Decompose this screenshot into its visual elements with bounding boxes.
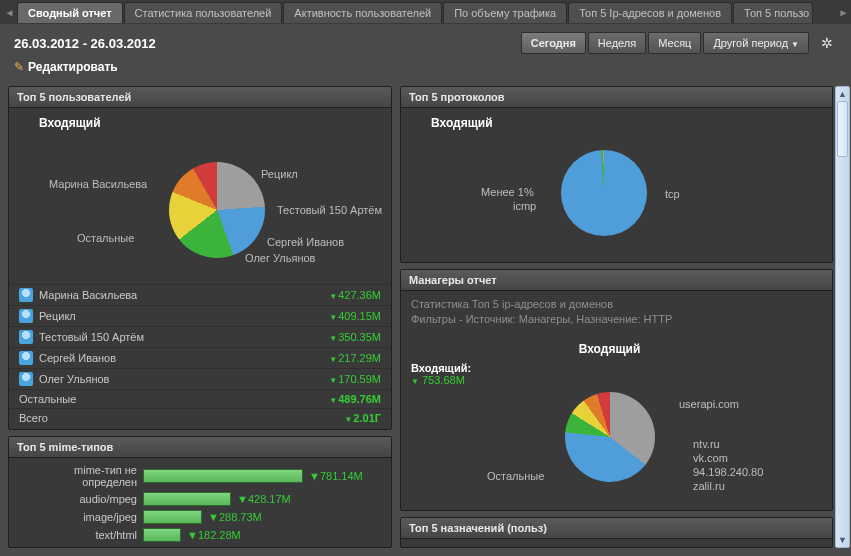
bar-row: text/html▼182.28М [17,528,383,542]
panel-protocols-sub: Входящий [401,108,832,132]
tabs-bar: ◄ Сводный отчет Статистика пользователей… [0,0,851,24]
list-item-total: Всего▼2.01Г [9,408,391,427]
vertical-scrollbar[interactable]: ▲ ▼ [835,86,850,548]
period-today[interactable]: Сегодня [521,32,586,54]
bar-row: image/jpeg▼288.73М [17,510,383,524]
pie-label-icmp: icmp [513,200,536,212]
panel-users: Топ 5 пользователей Входящий Рецикл Мари… [8,86,392,430]
avatar-icon [19,309,33,323]
panel-dest: Топ 5 назначений (польз) Входящий [400,517,833,548]
panel-managers-title: Манагеры отчет [401,270,832,291]
panel-protocols-title: Топ 5 протоколов [401,87,832,108]
tab-traffic-volume[interactable]: По объему трафика [443,2,567,23]
tab-user-stats[interactable]: Статистика пользователей [124,2,283,23]
chevron-down-icon: ▼ [791,40,799,49]
pie-label-other: Остальные [77,232,134,244]
period-week[interactable]: Неделя [588,32,646,54]
list-item[interactable]: Марина Васильева▼427.36М [9,284,391,305]
period-buttons: Сегодня Неделя Месяц Другой период▼ ✲ [521,32,837,54]
list-item[interactable]: Олег Ульянов▼170.59М [9,368,391,389]
pie-protocols-chart [561,150,647,236]
tab-summary[interactable]: Сводный отчет [17,2,123,23]
avatar-icon [19,351,33,365]
edit-row[interactable]: ✎ Редактировать [0,58,851,82]
tab-top5-ip[interactable]: Топ 5 Ip-адресов и доменов [568,2,732,23]
pie-label-oleg: Олег Ульянов [245,252,315,264]
panel-managers-sub: Входящий [401,334,832,358]
pie-label-test150: Тестовый 150 Артём [277,204,382,216]
content: Топ 5 пользователей Входящий Рецикл Мари… [8,86,833,548]
list-item[interactable]: Сергей Иванов▼217.29М [9,347,391,368]
tabs-prev[interactable]: ◄ [2,2,17,22]
panel-mime: Топ 5 mime-типов mime-тип не определен▼7… [8,436,392,548]
tab-user-activity[interactable]: Активность пользователей [283,2,442,23]
pie-label-userapi: userapi.com [679,398,739,410]
managers-in-label: Входящий: [411,362,471,374]
avatar-icon [19,330,33,344]
tabs-next[interactable]: ► [836,2,851,22]
panel-dest-sub: Входящий [401,539,832,548]
tab-top5-users[interactable]: Топ 5 пользо [733,2,813,23]
panel-protocols: Топ 5 протоколов Входящий tcp Менее 1% i… [400,86,833,263]
managers-in-value: ▼ 753.68М [411,374,471,386]
panel-managers: Манагеры отчет Статистика Топ 5 ip-адрес… [400,269,833,511]
period-month[interactable]: Месяц [648,32,701,54]
users-list: Марина Васильева▼427.36М Рецикл▼409.15М … [9,282,391,429]
mime-bars: mime-тип не определен▼781.14М audio/mpeg… [9,458,391,548]
scroll-track[interactable] [837,101,848,533]
panel-mime-title: Топ 5 mime-типов [9,437,391,458]
pie-label-mother: Остальные [487,470,544,482]
pie-label-sergey: Сергей Иванов [267,236,344,248]
scroll-thumb[interactable] [837,101,848,157]
pie-label-recycl: Рецикл [261,168,298,180]
pie-label-ip: 94.198.240.80 [693,466,763,478]
pie-label-ntv: ntv.ru [693,438,720,450]
scroll-down-icon[interactable]: ▼ [836,533,849,547]
pie-users: Рецикл Марина Васильева Тестовый 150 Арт… [9,132,391,282]
panel-users-sub: Входящий [9,108,391,132]
period-other[interactable]: Другой период▼ [703,32,809,54]
pie-label-marina: Марина Васильева [49,178,147,190]
list-item[interactable]: Рецикл▼409.15М [9,305,391,326]
managers-desc: Статистика Топ 5 ip-адресов и доменов Фи… [401,291,832,334]
panel-users-title: Топ 5 пользователей [9,87,391,108]
panel-dest-title: Топ 5 назначений (польз) [401,518,832,539]
pie-label-tcp: tcp [665,188,680,200]
pie-users-chart [169,162,265,258]
pencil-icon: ✎ [14,60,24,74]
date-range: 26.03.2012 - 26.03.2012 [14,36,156,51]
pie-protocols: tcp Менее 1% icmp [401,132,832,262]
gear-icon[interactable]: ✲ [817,33,837,53]
pie-managers: userapi.com ntv.ru vk.com 94.198.240.80 … [401,386,832,510]
avatar-icon [19,372,33,386]
list-item[interactable]: Тестовый 150 Артём▼350.35М [9,326,391,347]
scroll-up-icon[interactable]: ▲ [836,87,849,101]
avatar-icon [19,288,33,302]
pie-managers-chart [565,392,655,482]
pie-label-less1: Менее 1% [481,186,534,198]
bar-row: mime-тип не определен▼781.14М [17,464,383,488]
header: 26.03.2012 - 26.03.2012 Сегодня Неделя М… [0,24,851,58]
pie-label-vk: vk.com [693,452,728,464]
pie-label-zalil: zalil.ru [693,480,725,492]
bar-row: audio/mpeg▼428.17М [17,492,383,506]
edit-label: Редактировать [28,60,118,74]
list-item-other[interactable]: Остальные▼489.76М [9,389,391,408]
